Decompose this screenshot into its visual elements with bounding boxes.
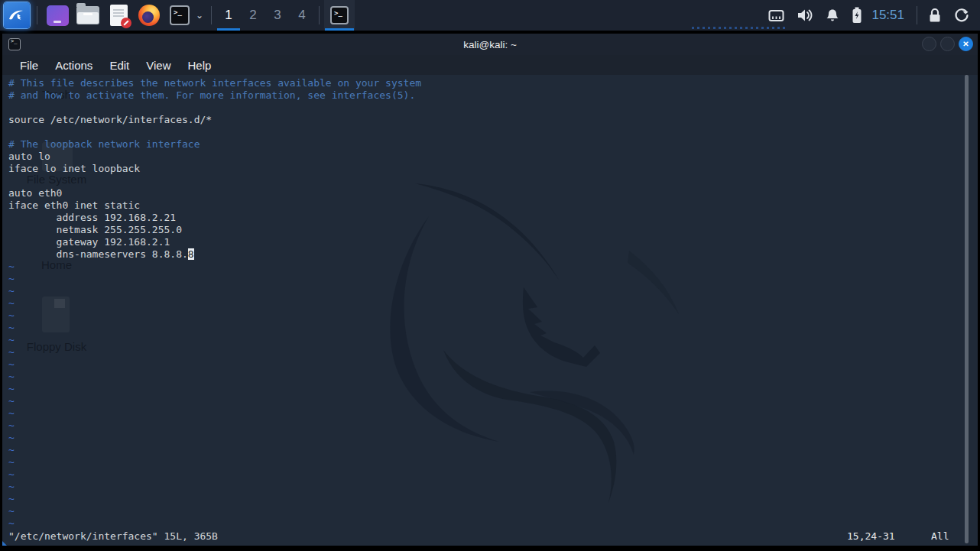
terminal-line: ~ xyxy=(8,285,978,297)
terminal-line: iface eth0 inet static xyxy=(8,199,978,212)
terminal-icon: >_ xyxy=(170,5,190,25)
vim-scroll-indicator: All xyxy=(931,530,949,542)
terminal-line: ~ xyxy=(8,420,978,432)
logout-power-icon[interactable] xyxy=(954,8,969,23)
terminal-line: # This file describes the network interf… xyxy=(8,77,978,89)
terminal-line: source /etc/network/interfaces.d/* xyxy=(8,114,978,126)
terminal-line: ~ xyxy=(8,468,978,481)
terminal-line: ~ xyxy=(8,346,978,358)
vim-cursor-ruler: 15,24-31 xyxy=(847,530,895,542)
terminal-line: ~ xyxy=(8,371,978,383)
kali-menu-button[interactable] xyxy=(4,2,30,28)
terminal-line: ~ xyxy=(8,310,978,322)
terminal-scrollbar[interactable] xyxy=(965,75,969,543)
terminal-line xyxy=(8,126,978,138)
workspace-button-4[interactable]: 4 xyxy=(290,0,314,31)
panel-separator xyxy=(917,6,917,24)
terminal-line: ~ xyxy=(8,407,978,420)
terminal-line: dns-nameservers 8.8.8.8 xyxy=(8,248,978,261)
panel-separator xyxy=(37,6,37,24)
terminal-line: ~ xyxy=(8,261,978,273)
menu-view[interactable]: View xyxy=(141,57,176,73)
workspace-button-3[interactable]: 3 xyxy=(265,0,290,31)
terminal-icon: >_ xyxy=(330,6,349,24)
firefox-icon xyxy=(138,5,160,26)
menu-edit[interactable]: Edit xyxy=(104,57,135,73)
network-icon[interactable] xyxy=(768,9,784,22)
workspace-button-2[interactable]: 2 xyxy=(241,0,265,31)
vim-file-info: "/etc/network/interfaces" 15L, 365B xyxy=(8,530,218,542)
terminal-line: auto eth0 xyxy=(8,187,978,199)
chevron-down-icon[interactable]: ⌄ xyxy=(196,10,203,21)
desktop-icon xyxy=(47,5,69,26)
workspace-button-1[interactable]: 1 xyxy=(216,0,241,31)
terminal-line: ~ xyxy=(8,505,978,517)
minimize-button[interactable] xyxy=(922,37,936,51)
terminal-line: ~ xyxy=(8,395,978,407)
firefox-launcher[interactable] xyxy=(136,2,162,28)
terminal-line: gateway 192.168.2.1 xyxy=(8,236,978,248)
terminal-line: ~ xyxy=(8,456,978,468)
terminal-line: ~ xyxy=(8,517,978,530)
window-titlebar[interactable]: >_ kali@kali: ~ ✕ xyxy=(2,34,978,55)
text-cursor: 8 xyxy=(188,248,194,260)
terminal-buffer: # This file describes the network interf… xyxy=(2,77,978,530)
terminal-line xyxy=(8,102,978,114)
panel-separator xyxy=(211,6,212,24)
battery-charging-icon[interactable] xyxy=(852,7,862,24)
maximize-button[interactable] xyxy=(940,37,955,51)
panel-clock[interactable]: 15:51 xyxy=(871,8,904,23)
terminal-line: ~ xyxy=(8,322,978,334)
document-icon xyxy=(110,5,128,26)
edit-badge-icon xyxy=(121,18,131,28)
panel-watermark-artifact xyxy=(692,27,787,29)
menu-bar: File Actions Edit View Help xyxy=(2,55,978,75)
desktop-launcher[interactable] xyxy=(44,2,70,28)
terminal-content[interactable]: Trash File System Home Floppy Disk # Thi… xyxy=(2,75,978,543)
menu-help[interactable]: Help xyxy=(182,57,216,73)
lock-icon[interactable] xyxy=(928,8,942,23)
terminal-window: >_ kali@kali: ~ ✕ File Actions Edit View… xyxy=(2,34,978,546)
terminal-line: ~ xyxy=(8,358,978,371)
terminal-line: ~ xyxy=(8,432,978,444)
terminal-line: ~ xyxy=(8,334,978,346)
top-panel: >_ ⌄ 1 2 3 4 >_ 15:51 xyxy=(0,0,980,31)
terminal-line: auto lo xyxy=(8,151,978,163)
text-editor-launcher[interactable] xyxy=(105,2,131,28)
menu-file[interactable]: File xyxy=(15,57,44,73)
terminal-line: ~ xyxy=(8,481,978,493)
terminal-line: ~ xyxy=(8,383,978,395)
file-manager-launcher[interactable] xyxy=(75,2,101,28)
terminal-line: netmask 255.255.255.0 xyxy=(8,224,978,236)
volume-icon[interactable] xyxy=(797,8,813,22)
terminal-launcher[interactable]: >_ xyxy=(167,2,193,28)
terminal-line xyxy=(8,175,978,187)
terminal-line: # and how to activate them. For more inf… xyxy=(8,89,978,102)
notifications-bell-icon[interactable] xyxy=(826,8,839,22)
window-title: kali@kali: ~ xyxy=(2,39,978,50)
terminal-line: iface lo inet loopback xyxy=(8,163,978,175)
terminal-line: ~ xyxy=(8,493,978,505)
menu-actions[interactable]: Actions xyxy=(50,57,98,73)
panel-separator xyxy=(319,6,320,24)
terminal-line: address 192.168.2.21 xyxy=(8,212,978,224)
terminal-line: # The loopback network interface xyxy=(8,138,978,151)
terminal-line: ~ xyxy=(8,273,978,285)
vim-status-line: "/etc/network/interfaces" 15L, 365B 15,2… xyxy=(2,530,978,543)
taskbar-item-terminal[interactable]: >_ xyxy=(324,0,355,31)
kali-dragon-icon xyxy=(8,6,26,24)
close-button[interactable]: ✕ xyxy=(959,37,973,51)
terminal-line: ~ xyxy=(8,297,978,310)
folder-icon xyxy=(76,6,99,24)
terminal-line: ~ xyxy=(8,444,978,456)
